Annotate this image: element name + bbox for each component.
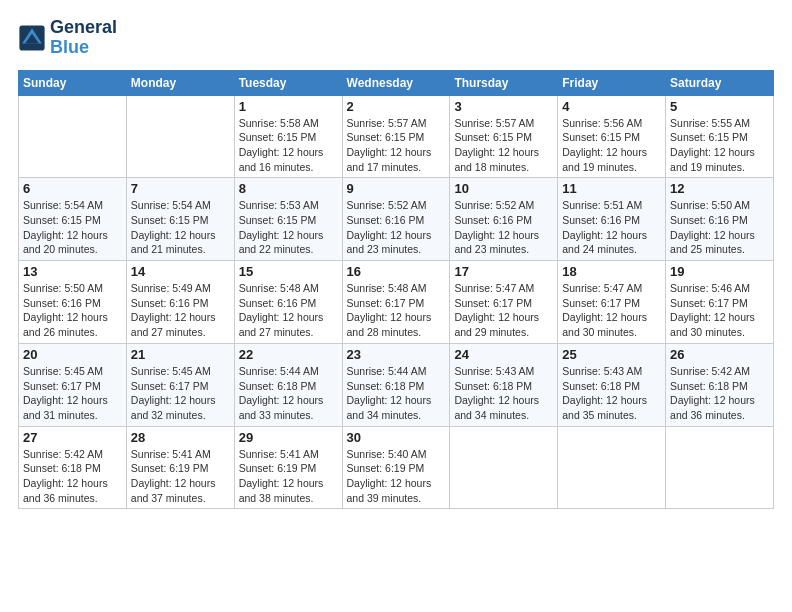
day-number: 26 — [670, 347, 769, 362]
day-number: 23 — [347, 347, 446, 362]
day-number: 25 — [562, 347, 661, 362]
day-info: Sunrise: 5:53 AM Sunset: 6:15 PM Dayligh… — [239, 198, 338, 257]
calendar-cell: 3Sunrise: 5:57 AM Sunset: 6:15 PM Daylig… — [450, 95, 558, 178]
day-number: 18 — [562, 264, 661, 279]
day-number: 6 — [23, 181, 122, 196]
calendar-cell: 17Sunrise: 5:47 AM Sunset: 6:17 PM Dayli… — [450, 261, 558, 344]
calendar-cell: 22Sunrise: 5:44 AM Sunset: 6:18 PM Dayli… — [234, 343, 342, 426]
calendar-cell: 9Sunrise: 5:52 AM Sunset: 6:16 PM Daylig… — [342, 178, 450, 261]
day-number: 27 — [23, 430, 122, 445]
day-info: Sunrise: 5:42 AM Sunset: 6:18 PM Dayligh… — [23, 447, 122, 506]
day-info: Sunrise: 5:58 AM Sunset: 6:15 PM Dayligh… — [239, 116, 338, 175]
calendar-cell: 12Sunrise: 5:50 AM Sunset: 6:16 PM Dayli… — [666, 178, 774, 261]
day-number: 16 — [347, 264, 446, 279]
day-info: Sunrise: 5:48 AM Sunset: 6:16 PM Dayligh… — [239, 281, 338, 340]
calendar-week-3: 13Sunrise: 5:50 AM Sunset: 6:16 PM Dayli… — [19, 261, 774, 344]
day-number: 15 — [239, 264, 338, 279]
calendar-cell: 29Sunrise: 5:41 AM Sunset: 6:19 PM Dayli… — [234, 426, 342, 509]
day-info: Sunrise: 5:50 AM Sunset: 6:16 PM Dayligh… — [23, 281, 122, 340]
col-tuesday: Tuesday — [234, 70, 342, 95]
day-info: Sunrise: 5:51 AM Sunset: 6:16 PM Dayligh… — [562, 198, 661, 257]
calendar-cell — [558, 426, 666, 509]
col-saturday: Saturday — [666, 70, 774, 95]
calendar-week-2: 6Sunrise: 5:54 AM Sunset: 6:15 PM Daylig… — [19, 178, 774, 261]
page: General Blue Sunday Monday Tuesday Wedne… — [0, 0, 792, 612]
col-wednesday: Wednesday — [342, 70, 450, 95]
day-number: 29 — [239, 430, 338, 445]
calendar-week-1: 1Sunrise: 5:58 AM Sunset: 6:15 PM Daylig… — [19, 95, 774, 178]
day-number: 13 — [23, 264, 122, 279]
day-info: Sunrise: 5:43 AM Sunset: 6:18 PM Dayligh… — [562, 364, 661, 423]
calendar-cell: 1Sunrise: 5:58 AM Sunset: 6:15 PM Daylig… — [234, 95, 342, 178]
calendar-cell: 21Sunrise: 5:45 AM Sunset: 6:17 PM Dayli… — [126, 343, 234, 426]
day-number: 2 — [347, 99, 446, 114]
day-number: 5 — [670, 99, 769, 114]
day-number: 19 — [670, 264, 769, 279]
day-info: Sunrise: 5:57 AM Sunset: 6:15 PM Dayligh… — [347, 116, 446, 175]
day-number: 3 — [454, 99, 553, 114]
day-info: Sunrise: 5:54 AM Sunset: 6:15 PM Dayligh… — [23, 198, 122, 257]
col-sunday: Sunday — [19, 70, 127, 95]
calendar-cell: 13Sunrise: 5:50 AM Sunset: 6:16 PM Dayli… — [19, 261, 127, 344]
calendar-cell: 4Sunrise: 5:56 AM Sunset: 6:15 PM Daylig… — [558, 95, 666, 178]
day-info: Sunrise: 5:45 AM Sunset: 6:17 PM Dayligh… — [131, 364, 230, 423]
calendar-cell: 30Sunrise: 5:40 AM Sunset: 6:19 PM Dayli… — [342, 426, 450, 509]
logo: General Blue — [18, 18, 117, 58]
day-info: Sunrise: 5:48 AM Sunset: 6:17 PM Dayligh… — [347, 281, 446, 340]
day-info: Sunrise: 5:41 AM Sunset: 6:19 PM Dayligh… — [131, 447, 230, 506]
calendar-cell — [666, 426, 774, 509]
header: General Blue — [18, 18, 774, 58]
calendar-week-5: 27Sunrise: 5:42 AM Sunset: 6:18 PM Dayli… — [19, 426, 774, 509]
calendar-cell: 19Sunrise: 5:46 AM Sunset: 6:17 PM Dayli… — [666, 261, 774, 344]
calendar-cell: 24Sunrise: 5:43 AM Sunset: 6:18 PM Dayli… — [450, 343, 558, 426]
day-number: 11 — [562, 181, 661, 196]
calendar-cell: 26Sunrise: 5:42 AM Sunset: 6:18 PM Dayli… — [666, 343, 774, 426]
calendar-cell: 7Sunrise: 5:54 AM Sunset: 6:15 PM Daylig… — [126, 178, 234, 261]
day-number: 17 — [454, 264, 553, 279]
day-number: 21 — [131, 347, 230, 362]
calendar-cell: 28Sunrise: 5:41 AM Sunset: 6:19 PM Dayli… — [126, 426, 234, 509]
calendar-cell: 6Sunrise: 5:54 AM Sunset: 6:15 PM Daylig… — [19, 178, 127, 261]
day-info: Sunrise: 5:42 AM Sunset: 6:18 PM Dayligh… — [670, 364, 769, 423]
day-number: 22 — [239, 347, 338, 362]
col-friday: Friday — [558, 70, 666, 95]
logo-text: General Blue — [50, 18, 117, 58]
calendar-cell: 27Sunrise: 5:42 AM Sunset: 6:18 PM Dayli… — [19, 426, 127, 509]
day-info: Sunrise: 5:47 AM Sunset: 6:17 PM Dayligh… — [454, 281, 553, 340]
calendar-cell: 11Sunrise: 5:51 AM Sunset: 6:16 PM Dayli… — [558, 178, 666, 261]
calendar-cell: 5Sunrise: 5:55 AM Sunset: 6:15 PM Daylig… — [666, 95, 774, 178]
calendar-cell — [19, 95, 127, 178]
calendar-cell: 10Sunrise: 5:52 AM Sunset: 6:16 PM Dayli… — [450, 178, 558, 261]
day-number: 9 — [347, 181, 446, 196]
day-info: Sunrise: 5:52 AM Sunset: 6:16 PM Dayligh… — [454, 198, 553, 257]
day-info: Sunrise: 5:57 AM Sunset: 6:15 PM Dayligh… — [454, 116, 553, 175]
day-info: Sunrise: 5:45 AM Sunset: 6:17 PM Dayligh… — [23, 364, 122, 423]
calendar-week-4: 20Sunrise: 5:45 AM Sunset: 6:17 PM Dayli… — [19, 343, 774, 426]
day-number: 10 — [454, 181, 553, 196]
logo-icon — [18, 24, 46, 52]
day-number: 28 — [131, 430, 230, 445]
day-info: Sunrise: 5:43 AM Sunset: 6:18 PM Dayligh… — [454, 364, 553, 423]
col-thursday: Thursday — [450, 70, 558, 95]
day-info: Sunrise: 5:44 AM Sunset: 6:18 PM Dayligh… — [239, 364, 338, 423]
day-number: 8 — [239, 181, 338, 196]
day-number: 30 — [347, 430, 446, 445]
day-info: Sunrise: 5:56 AM Sunset: 6:15 PM Dayligh… — [562, 116, 661, 175]
day-info: Sunrise: 5:49 AM Sunset: 6:16 PM Dayligh… — [131, 281, 230, 340]
calendar-cell: 23Sunrise: 5:44 AM Sunset: 6:18 PM Dayli… — [342, 343, 450, 426]
calendar-cell: 15Sunrise: 5:48 AM Sunset: 6:16 PM Dayli… — [234, 261, 342, 344]
calendar-header-row: Sunday Monday Tuesday Wednesday Thursday… — [19, 70, 774, 95]
calendar-cell: 2Sunrise: 5:57 AM Sunset: 6:15 PM Daylig… — [342, 95, 450, 178]
day-info: Sunrise: 5:46 AM Sunset: 6:17 PM Dayligh… — [670, 281, 769, 340]
day-info: Sunrise: 5:40 AM Sunset: 6:19 PM Dayligh… — [347, 447, 446, 506]
calendar-table: Sunday Monday Tuesday Wednesday Thursday… — [18, 70, 774, 510]
day-number: 4 — [562, 99, 661, 114]
calendar-cell: 20Sunrise: 5:45 AM Sunset: 6:17 PM Dayli… — [19, 343, 127, 426]
day-number: 14 — [131, 264, 230, 279]
calendar-cell: 8Sunrise: 5:53 AM Sunset: 6:15 PM Daylig… — [234, 178, 342, 261]
calendar-cell — [450, 426, 558, 509]
day-info: Sunrise: 5:47 AM Sunset: 6:17 PM Dayligh… — [562, 281, 661, 340]
day-number: 20 — [23, 347, 122, 362]
day-info: Sunrise: 5:41 AM Sunset: 6:19 PM Dayligh… — [239, 447, 338, 506]
day-info: Sunrise: 5:52 AM Sunset: 6:16 PM Dayligh… — [347, 198, 446, 257]
